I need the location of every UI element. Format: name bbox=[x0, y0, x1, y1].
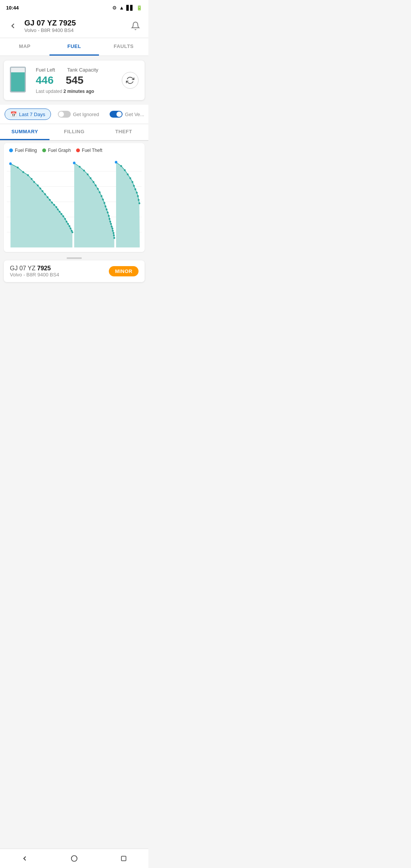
fuel-filling-label: Fuel Filling bbox=[15, 148, 37, 153]
svg-point-46 bbox=[108, 215, 110, 217]
ignored-toggle-switch[interactable] bbox=[58, 111, 71, 118]
svg-point-20 bbox=[57, 209, 59, 211]
fuel-left-value: 446 bbox=[36, 74, 54, 86]
sub-tab-theft[interactable]: THEFT bbox=[99, 124, 148, 140]
signal-icon: ▋▋ bbox=[126, 5, 134, 11]
svg-point-55 bbox=[113, 237, 115, 239]
svg-point-37 bbox=[95, 185, 97, 187]
date-chip-label: Last 7 Days bbox=[19, 112, 45, 117]
svg-point-50 bbox=[111, 226, 113, 228]
fuel-chart bbox=[7, 156, 142, 247]
chart-svg bbox=[7, 156, 142, 247]
svg-point-5 bbox=[9, 163, 12, 165]
chart-legend: Fuel Filling Fuel Graph Fuel Theft bbox=[7, 148, 142, 156]
svg-point-8 bbox=[27, 174, 29, 176]
svg-point-66 bbox=[138, 199, 140, 201]
svg-point-13 bbox=[41, 190, 43, 192]
fuel-tank-icon bbox=[10, 67, 30, 94]
status-time: 10:44 bbox=[6, 5, 19, 11]
svg-point-19 bbox=[56, 206, 57, 208]
svg-point-31 bbox=[73, 162, 76, 164]
svg-point-24 bbox=[64, 218, 66, 220]
svg-point-11 bbox=[37, 185, 39, 187]
tab-bar: MAP FUEL FAULTS bbox=[0, 38, 148, 56]
bottom-card-info: GJ 07 YZ 7925 Volvo - B8R 9400 BS4 bbox=[10, 265, 59, 278]
minor-badge[interactable]: MINOR bbox=[109, 266, 139, 276]
back-button[interactable] bbox=[6, 19, 20, 33]
svg-point-27 bbox=[68, 225, 70, 227]
ignored-toggle-chip[interactable]: Get Ignored bbox=[54, 108, 103, 120]
svg-point-61 bbox=[132, 181, 134, 183]
wifi-icon: ▲ bbox=[119, 5, 124, 11]
vehicle-id-prefix: GJ 07 YZ bbox=[10, 265, 37, 271]
tank-capacity-value: 545 bbox=[66, 74, 84, 86]
svg-point-57 bbox=[120, 165, 122, 167]
filter-bar: 📅 Last 7 Days Get Ignored Get Ve... bbox=[0, 105, 148, 124]
vehicle-id-bold: 7925 bbox=[37, 265, 51, 271]
fuel-updated: Last updated 2 minutes ago bbox=[36, 89, 116, 94]
fuel-tank-fill bbox=[11, 72, 25, 91]
svg-point-16 bbox=[49, 199, 51, 201]
date-filter-chip[interactable]: 📅 Last 7 Days bbox=[5, 108, 51, 120]
svg-point-34 bbox=[87, 174, 89, 176]
sub-tab-filling[interactable]: FILLING bbox=[49, 124, 99, 140]
fuel-graph-label: Fuel Graph bbox=[48, 148, 71, 153]
header: GJ 07 YZ 7925 Volvo - B8R 9400 BS4 bbox=[0, 14, 148, 38]
svg-point-12 bbox=[40, 188, 41, 190]
svg-point-25 bbox=[66, 221, 68, 223]
svg-point-63 bbox=[134, 188, 136, 190]
svg-point-49 bbox=[110, 223, 112, 225]
header-text: GJ 07 YZ 7925 Volvo - B8R 9400 BS4 bbox=[24, 18, 76, 33]
fuel-labels: Fuel Left Tank Capacity bbox=[36, 67, 116, 73]
calendar-icon: 📅 bbox=[10, 111, 17, 117]
svg-point-40 bbox=[100, 195, 102, 197]
bottom-sheet-handle bbox=[0, 254, 148, 260]
vehicle-title: GJ 07 YZ 7925 bbox=[24, 18, 76, 27]
tab-faults[interactable]: FAULTS bbox=[99, 38, 148, 56]
svg-point-51 bbox=[112, 228, 113, 230]
svg-point-32 bbox=[79, 166, 81, 168]
svg-point-44 bbox=[106, 209, 108, 211]
svg-point-38 bbox=[97, 188, 99, 190]
bottom-card: GJ 07 YZ 7925 Volvo - B8R 9400 BS4 MINOR bbox=[4, 260, 145, 282]
sub-tabs: SUMMARY FILLING THEFT bbox=[0, 124, 148, 141]
filter-bar-wrapper: 📅 Last 7 Days Get Ignored Get Ve... bbox=[0, 105, 148, 124]
svg-point-6 bbox=[17, 167, 19, 169]
svg-point-10 bbox=[33, 181, 35, 183]
legend-fuel-filling: Fuel Filling bbox=[9, 148, 37, 153]
svg-point-58 bbox=[124, 169, 126, 171]
svg-point-43 bbox=[105, 206, 107, 207]
vehicle-toggle-switch[interactable] bbox=[110, 111, 123, 118]
svg-point-33 bbox=[83, 170, 85, 172]
svg-point-36 bbox=[92, 181, 94, 183]
notifications-button[interactable] bbox=[129, 19, 142, 33]
refresh-button[interactable] bbox=[122, 72, 139, 89]
chart-section: Fuel Filling Fuel Graph Fuel Theft bbox=[4, 143, 145, 252]
fuel-info: Fuel Left Tank Capacity 446 545 Last upd… bbox=[36, 67, 116, 94]
svg-point-23 bbox=[62, 215, 64, 217]
vehicle-toggle-chip[interactable]: Get Ve... bbox=[106, 108, 148, 120]
tab-map[interactable]: MAP bbox=[0, 38, 49, 56]
fuel-left-label: Fuel Left bbox=[36, 67, 55, 73]
legend-fuel-theft: Fuel Theft bbox=[76, 148, 102, 153]
bottom-vehicle-id: GJ 07 YZ 7925 bbox=[10, 265, 59, 272]
fuel-graph-dot bbox=[42, 148, 46, 152]
fuel-card: Fuel Left Tank Capacity 446 545 Last upd… bbox=[4, 61, 145, 100]
tab-fuel[interactable]: FUEL bbox=[49, 38, 99, 56]
svg-point-26 bbox=[67, 223, 69, 225]
svg-point-41 bbox=[102, 199, 104, 201]
svg-point-62 bbox=[133, 185, 135, 187]
handle-bar bbox=[67, 257, 82, 259]
fuel-card-inner: Fuel Left Tank Capacity 446 545 Last upd… bbox=[10, 67, 139, 94]
fuel-tank-bg bbox=[10, 67, 26, 93]
svg-point-9 bbox=[31, 178, 33, 180]
fuel-filling-dot bbox=[9, 148, 13, 152]
svg-point-52 bbox=[112, 230, 114, 232]
fuel-values: 446 545 bbox=[36, 74, 116, 86]
svg-point-67 bbox=[139, 203, 140, 204]
legend-fuel-graph: Fuel Graph bbox=[42, 148, 71, 153]
svg-point-42 bbox=[104, 202, 105, 204]
svg-point-39 bbox=[99, 191, 101, 193]
header-left: GJ 07 YZ 7925 Volvo - B8R 9400 BS4 bbox=[6, 18, 76, 33]
sub-tab-summary[interactable]: SUMMARY bbox=[0, 124, 49, 140]
